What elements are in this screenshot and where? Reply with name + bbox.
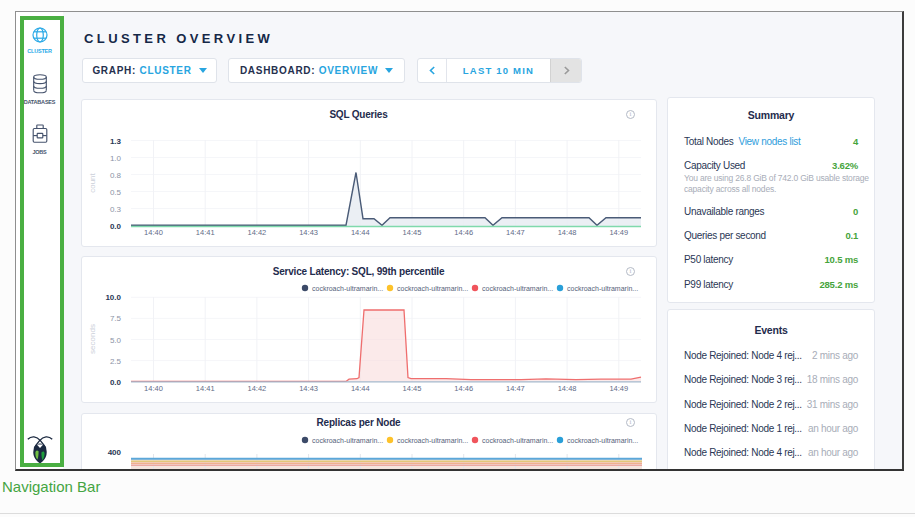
svg-text:14:47: 14:47 <box>506 384 525 393</box>
svg-text:cockroach-ultramarin...: cockroach-ultramarin... <box>397 437 468 444</box>
svg-text:14:46: 14:46 <box>454 228 473 237</box>
svg-text:cockroach-ultramarin...: cockroach-ultramarin... <box>567 285 638 292</box>
svg-text:14:45: 14:45 <box>403 384 422 393</box>
svg-text:cockroach-ultramarin...: cockroach-ultramarin... <box>397 285 468 292</box>
svg-text:0.5: 0.5 <box>110 188 122 197</box>
svg-text:cockroach-ultramarin...: cockroach-ultramarin... <box>312 285 383 292</box>
svg-text:14:44: 14:44 <box>351 228 370 237</box>
svg-text:14:48: 14:48 <box>558 228 577 237</box>
svg-text:0.3: 0.3 <box>110 205 122 214</box>
svg-text:14:47: 14:47 <box>506 228 525 237</box>
svg-text:1.3: 1.3 <box>110 137 122 146</box>
svg-text:14:48: 14:48 <box>558 384 577 393</box>
svg-text:14:41: 14:41 <box>196 384 215 393</box>
svg-text:cockroach-ultramarin...: cockroach-ultramarin... <box>312 437 383 444</box>
svg-text:cockroach-ultramarin...: cockroach-ultramarin... <box>567 437 638 444</box>
svg-text:2.5: 2.5 <box>110 357 122 366</box>
svg-text:14:42: 14:42 <box>248 228 267 237</box>
svg-text:cockroach-ultramarin...: cockroach-ultramarin... <box>482 437 553 444</box>
svg-text:seconds: seconds <box>88 324 97 354</box>
svg-text:14:49: 14:49 <box>609 228 628 237</box>
svg-text:7.5: 7.5 <box>110 314 122 323</box>
svg-text:14:42: 14:42 <box>248 384 267 393</box>
svg-text:14:43: 14:43 <box>299 384 318 393</box>
svg-text:14:45: 14:45 <box>403 228 422 237</box>
svg-text:0.0: 0.0 <box>110 378 122 387</box>
svg-text:0.8: 0.8 <box>110 171 122 180</box>
svg-text:14:46: 14:46 <box>454 384 473 393</box>
svg-text:14:44: 14:44 <box>351 384 370 393</box>
svg-text:0.0: 0.0 <box>110 222 122 231</box>
svg-text:5.0: 5.0 <box>110 336 122 345</box>
svg-text:14:49: 14:49 <box>609 384 628 393</box>
svg-text:14:40: 14:40 <box>144 228 163 237</box>
svg-text:14:43: 14:43 <box>299 228 318 237</box>
svg-text:14:40: 14:40 <box>144 384 163 393</box>
svg-text:count: count <box>88 172 97 192</box>
svg-text:400: 400 <box>108 448 122 457</box>
svg-text:10.0: 10.0 <box>105 293 121 302</box>
svg-text:cockroach-ultramarin...: cockroach-ultramarin... <box>482 285 553 292</box>
svg-text:1.0: 1.0 <box>110 154 122 163</box>
svg-text:14:41: 14:41 <box>196 228 215 237</box>
